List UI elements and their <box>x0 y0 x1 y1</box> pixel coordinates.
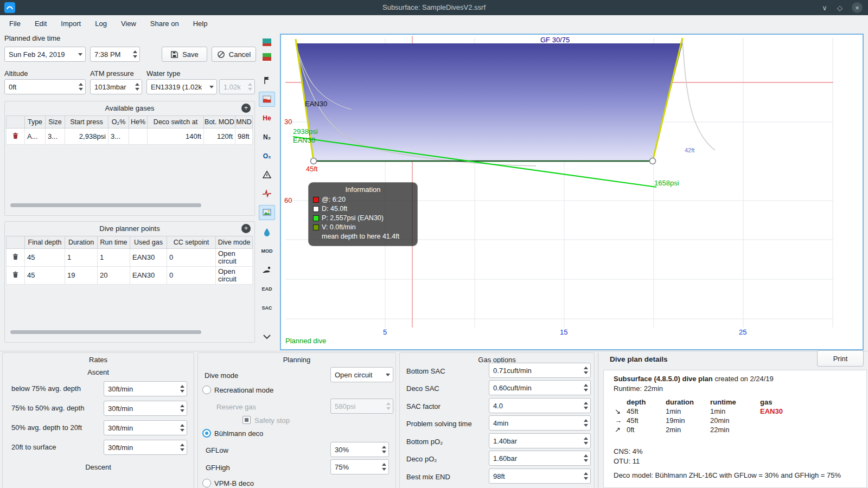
show-ceiling-icon[interactable] <box>259 92 275 107</box>
sac-icon[interactable]: SAC <box>259 300 275 316</box>
bottom-po2-spinbox[interactable]: 1.40bar <box>489 433 591 448</box>
point-cell-cc-setpoint[interactable]: 0 <box>167 267 216 285</box>
best-mix-end-spinbox[interactable]: 98ft <box>489 468 591 484</box>
spin-buttons[interactable] <box>581 381 590 395</box>
minimize-button[interactable]: ∨ <box>819 2 830 13</box>
rate-spinbox-4[interactable]: 30ft/min <box>104 440 187 455</box>
diver-icon[interactable] <box>259 262 275 278</box>
point-row[interactable]: 45 19 20 EAN30 0 Open circuit <box>7 267 253 285</box>
dive-profile-chart[interactable]: GF 30/75 30 60 5 15 25 EAN30 2938psi EAN… <box>280 34 864 350</box>
sac-factor-spinbox[interactable]: 4.0 <box>489 398 591 413</box>
save-button[interactable]: Save <box>162 47 207 62</box>
point-cell-duration[interactable]: 1 <box>65 249 98 267</box>
point-cell-run-time[interactable]: 1 <box>98 249 130 267</box>
spin-buttons[interactable] <box>379 460 388 474</box>
maximize-button[interactable]: ◇ <box>834 2 845 13</box>
recreational-mode-radio[interactable] <box>202 386 211 394</box>
spin-buttons[interactable] <box>581 434 590 448</box>
photos-icon[interactable] <box>259 205 275 220</box>
spin-buttons[interactable] <box>177 401 187 415</box>
cancel-button[interactable]: Cancel <box>212 47 256 62</box>
gfhigh-spinbox[interactable]: 75% <box>330 459 389 474</box>
spin-buttons[interactable] <box>581 416 590 430</box>
point-cell-used-gas[interactable]: EAN30 <box>130 249 167 267</box>
gas-cell-deco-switch[interactable]: 140ft <box>148 129 204 145</box>
time-spinbox[interactable]: 7:38 PM <box>90 47 140 62</box>
heart-rate-icon[interactable] <box>259 186 275 201</box>
salinity-icon[interactable] <box>259 224 275 240</box>
chevron-down-icon[interactable] <box>207 80 216 94</box>
gas-cell-start-press[interactable]: 2,938psi <box>65 129 108 145</box>
chevron-down-icon[interactable] <box>75 47 85 61</box>
problem-solving-time-spinbox[interactable]: 4min <box>489 415 591 431</box>
gas-row[interactable]: A... 3... 2,938psi 3... 140ft 120ft 98ft <box>7 129 253 145</box>
point-cell-cc-setpoint[interactable]: 0 <box>167 249 216 267</box>
point-cell-run-time[interactable]: 20 <box>98 267 130 285</box>
gas-cell-mnd[interactable]: 98ft <box>235 129 253 145</box>
bottom-sac-spinbox[interactable]: 0.71cuft/min <box>489 363 591 378</box>
mod-icon[interactable]: MOD <box>259 243 275 259</box>
vertical-splitter[interactable] <box>598 352 598 488</box>
spin-buttons[interactable] <box>177 382 187 396</box>
point-cell-used-gas[interactable]: EAN30 <box>130 267 167 285</box>
flag-marker-icon[interactable] <box>259 73 275 88</box>
ndl-tts-icon[interactable] <box>259 167 275 182</box>
chevron-down-icon[interactable] <box>383 368 393 382</box>
rate-spinbox-3[interactable]: 30ft/min <box>104 420 187 435</box>
spin-buttons[interactable] <box>132 80 142 94</box>
menu-log[interactable]: Log <box>88 15 114 31</box>
menu-import[interactable]: Import <box>54 15 88 31</box>
delete-point-icon[interactable] <box>7 249 25 267</box>
spin-buttons[interactable] <box>76 80 85 94</box>
add-gas-button[interactable]: + <box>241 104 251 113</box>
spin-buttons[interactable] <box>177 421 187 435</box>
menu-share-on[interactable]: Share on <box>143 15 186 31</box>
profile-handle-end[interactable] <box>650 158 656 164</box>
phe-graph-icon[interactable]: He <box>259 111 275 126</box>
gas-cell-type[interactable]: A... <box>25 129 46 145</box>
profile-info-tooltip[interactable]: Information @: 6:20 D: 45.0ft P: 2,557ps… <box>308 182 418 246</box>
close-button[interactable]: × <box>852 2 863 13</box>
rate-spinbox-1[interactable]: 30ft/min <box>104 381 187 396</box>
menu-view[interactable]: View <box>114 15 143 31</box>
po2-graph-icon[interactable]: O₂ <box>259 149 275 164</box>
add-point-button[interactable]: + <box>241 224 251 233</box>
point-cell-final-depth[interactable]: 45 <box>25 249 65 267</box>
water-type-combo[interactable]: EN13319 (1.02k <box>146 79 217 94</box>
point-cell-dive-mode[interactable]: Open circuit <box>216 267 253 285</box>
spin-buttons[interactable] <box>581 469 590 483</box>
point-row[interactable]: 45 1 1 EAN30 0 Open circuit <box>7 249 253 267</box>
print-button[interactable]: Print <box>817 350 864 367</box>
atm-pressure-spinbox[interactable]: 1013mbar <box>90 79 142 94</box>
menu-help[interactable]: Help <box>186 15 215 31</box>
delete-point-icon[interactable] <box>7 267 25 285</box>
ead-icon[interactable]: EAD <box>259 281 275 297</box>
point-cell-dive-mode[interactable]: Open circuit <box>216 249 253 267</box>
delete-gas-icon[interactable] <box>7 129 25 145</box>
profile-handle-start[interactable] <box>311 158 317 164</box>
pn2-graph-icon[interactable]: N₂ <box>259 130 275 145</box>
point-cell-duration[interactable]: 19 <box>65 267 98 285</box>
ceiling-calculated-icon[interactable] <box>259 49 275 65</box>
spin-buttons[interactable] <box>581 451 590 465</box>
deco-po2-spinbox[interactable]: 1.60bar <box>489 451 591 466</box>
rate-spinbox-2[interactable]: 30ft/min <box>104 401 187 416</box>
gas-cell-he[interactable] <box>129 129 148 145</box>
spin-buttons[interactable] <box>130 47 139 61</box>
point-cell-final-depth[interactable]: 45 <box>25 267 65 285</box>
gas-cell-o2[interactable]: 3... <box>108 129 129 145</box>
spin-buttons[interactable] <box>581 363 590 377</box>
gflow-spinbox[interactable]: 30% <box>330 442 389 457</box>
menu-file[interactable]: File <box>2 15 28 31</box>
toolbar-scroll-down-icon[interactable] <box>259 329 275 344</box>
deco-sac-spinbox[interactable]: 0.60cuft/min <box>489 380 591 395</box>
gas-cell-size[interactable]: 3... <box>46 129 65 145</box>
spin-buttons[interactable] <box>581 399 590 413</box>
spin-buttons[interactable] <box>379 442 388 457</box>
menu-edit[interactable]: Edit <box>28 15 54 31</box>
date-combo[interactable]: Sun Feb 24, 2019 <box>4 47 86 62</box>
dive-mode-combo[interactable]: Open circuit <box>330 367 393 382</box>
vpmb-deco-radio[interactable] <box>202 479 211 487</box>
spin-buttons[interactable] <box>177 440 187 454</box>
ceiling-dc-icon[interactable] <box>259 35 275 50</box>
